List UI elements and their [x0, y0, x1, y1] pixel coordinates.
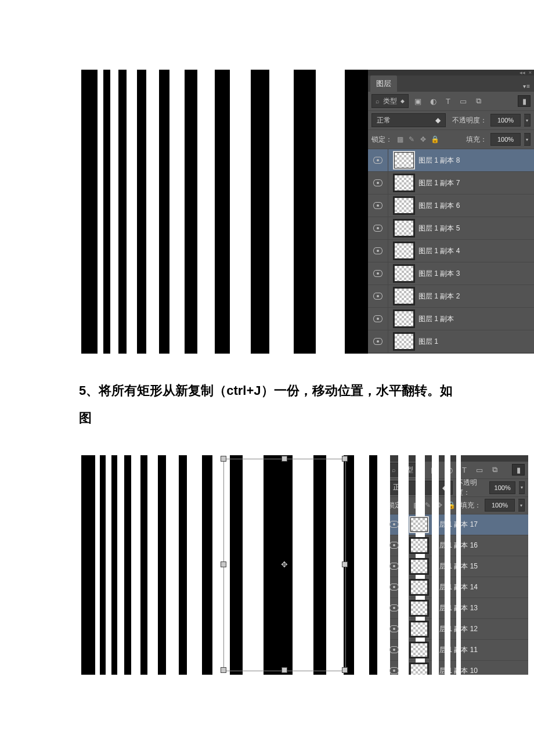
opacity-input[interactable]: 100% [489, 481, 516, 494]
collapse-icon[interactable]: ◂◂ [519, 70, 525, 75]
filter-toggle[interactable]: ▮ [512, 464, 525, 476]
layer-filter-select[interactable]: ⌕ 类型 ◆ [371, 94, 409, 108]
transform-center-icon[interactable]: ✥ [280, 560, 289, 569]
layer-row[interactable]: 图层 1 副本 [368, 308, 534, 330]
layer-thumbnail[interactable] [393, 174, 415, 192]
lock-brush-icon[interactable]: ✎ [407, 135, 416, 143]
fill-chevron[interactable]: ▾ [524, 133, 531, 146]
transform-handle[interactable] [282, 668, 287, 672]
layer-name-label: 图层 1 副本 8 [418, 156, 460, 165]
opacity-input[interactable]: 100% [490, 114, 521, 127]
filter-smartobj-icon[interactable]: ⧉ [489, 465, 500, 475]
visibility-toggle[interactable] [368, 330, 388, 352]
blend-mode-select[interactable]: 正常 ◆ [371, 113, 446, 127]
lock-all-icon[interactable]: 🔒 [431, 135, 439, 143]
layer-thumbnail[interactable] [409, 537, 429, 553]
filter-row: ⌕ 类型 ◆ ▣ ◐ T ▭ ⧉ ▮ [368, 92, 534, 111]
lock-transparency-icon[interactable]: ▩ [396, 135, 404, 143]
stripe [110, 70, 118, 354]
filter-toggle[interactable]: ▮ [518, 95, 531, 107]
layer-thumbnail[interactable] [393, 265, 415, 282]
filter-type-icon[interactable]: T [442, 96, 454, 106]
transform-handle[interactable] [342, 562, 347, 567]
layer-row[interactable]: 图层 1 副本 4 [368, 240, 534, 262]
filter-pixel-icon[interactable]: ▣ [412, 96, 424, 106]
canvas-area [81, 70, 368, 354]
transform-handle[interactable] [221, 562, 226, 567]
layer-thumbnail[interactable] [409, 558, 429, 574]
chevron-updown-icon: ◆ [435, 116, 441, 124]
transform-handle[interactable] [221, 456, 226, 461]
opacity-chevron[interactable]: ▾ [519, 481, 525, 494]
stripe-mirrored [326, 455, 344, 675]
filter-adjustment-icon[interactable]: ◐ [427, 96, 439, 106]
visibility-toggle[interactable] [368, 149, 388, 171]
eye-icon [373, 270, 383, 277]
filter-shape-icon[interactable]: ▭ [474, 465, 485, 475]
layer-thumbnail[interactable] [393, 333, 415, 350]
layer-thumbnail[interactable] [409, 621, 429, 637]
transform-handle[interactable] [342, 668, 347, 672]
visibility-toggle[interactable] [368, 285, 388, 307]
layer-thumbnail[interactable] [393, 197, 415, 214]
stripe-mirrored [456, 455, 461, 675]
filter-smartobj-icon[interactable]: ⧉ [472, 96, 484, 106]
layer-thumbnail[interactable] [393, 287, 415, 305]
layer-thumbnail[interactable] [409, 663, 429, 675]
blend-row: 正常 ◆ 不透明度： 100% ▾ [368, 111, 534, 130]
layer-name-label: 图层 1 副本 13 [432, 603, 478, 613]
visibility-toggle[interactable] [368, 240, 388, 262]
panel-menu-icon[interactable]: ▾≡ [519, 81, 534, 92]
layer-thumbnail[interactable] [409, 642, 429, 658]
layer-name-label: 图层 1 副本 11 [432, 645, 478, 655]
chevron-updown-icon: ◆ [400, 98, 405, 104]
lock-position-icon[interactable]: ✥ [419, 135, 427, 143]
stripe [117, 455, 124, 675]
layers-tab[interactable]: 图层 [370, 75, 397, 92]
layer-thumbnail[interactable] [393, 242, 415, 260]
visibility-toggle[interactable] [368, 172, 388, 194]
opacity-chevron[interactable]: ▾ [524, 114, 531, 127]
layer-name-label: 图层 1 [418, 337, 438, 347]
blend-mode-value: 正常 [377, 116, 391, 125]
layer-name-label: 图层 1 副本 10 [432, 666, 478, 675]
layer-thumbnail[interactable] [409, 516, 429, 532]
close-icon[interactable]: × [529, 70, 532, 75]
layer-thumbnail[interactable] [409, 600, 429, 616]
fill-input[interactable]: 100% [490, 133, 521, 146]
panel-tabs: 图层 ▾≡ [368, 75, 534, 92]
layer-thumbnail[interactable] [393, 219, 415, 237]
visibility-toggle[interactable] [368, 262, 388, 285]
layer-thumbnail[interactable] [409, 579, 429, 595]
layer-row[interactable]: 图层 1 副本 3 [368, 262, 534, 285]
eye-icon [389, 563, 399, 570]
layer-thumbnail[interactable] [393, 152, 415, 169]
fill-input[interactable]: 100% [485, 499, 515, 512]
eye-icon [389, 521, 399, 528]
transform-handle[interactable] [342, 456, 347, 461]
layer-thumbnail[interactable] [393, 310, 415, 327]
eye-icon [373, 179, 383, 186]
canvas-area: ✥ [81, 455, 384, 675]
layers-list: 图层 1 副本 8图层 1 副本 7图层 1 副本 6图层 1 副本 5图层 1… [368, 149, 534, 354]
layer-row[interactable]: 图层 1 副本 5 [368, 217, 534, 240]
layer-name-label: 图层 1 副本 7 [418, 178, 460, 188]
filter-shape-icon[interactable]: ▭ [457, 96, 469, 106]
layer-row[interactable]: 图层 1 [368, 330, 534, 353]
lock-brush-icon[interactable]: ✎ [424, 501, 432, 509]
transform-handle[interactable] [221, 668, 226, 672]
document-page: ◂◂ × 图层 ▾≡ ⌕ 类型 ◆ ▣ ◐ T ▭ [0, 0, 534, 675]
layers-panel: ◂◂ × 图层 ▾≡ ⌕ 类型 ◆ ▣ ◐ T ▭ [368, 70, 534, 354]
visibility-toggle[interactable] [368, 195, 388, 217]
transform-handle[interactable] [282, 456, 287, 461]
layer-row[interactable]: 图层 1 副本 6 [368, 195, 534, 217]
layer-row[interactable]: 图层 1 副本 2 [368, 285, 534, 308]
visibility-toggle[interactable] [368, 308, 388, 330]
fill-chevron[interactable]: ▾ [518, 499, 525, 512]
filter-label: 类型 [383, 96, 397, 106]
layer-name-label: 图层 1 副本 15 [432, 561, 478, 571]
layer-row[interactable]: 图层 1 副本 8 [368, 149, 534, 172]
layer-row[interactable]: 图层 1 副本 7 [368, 172, 534, 195]
fill-label: 填充： [460, 501, 481, 510]
visibility-toggle[interactable] [368, 217, 388, 239]
